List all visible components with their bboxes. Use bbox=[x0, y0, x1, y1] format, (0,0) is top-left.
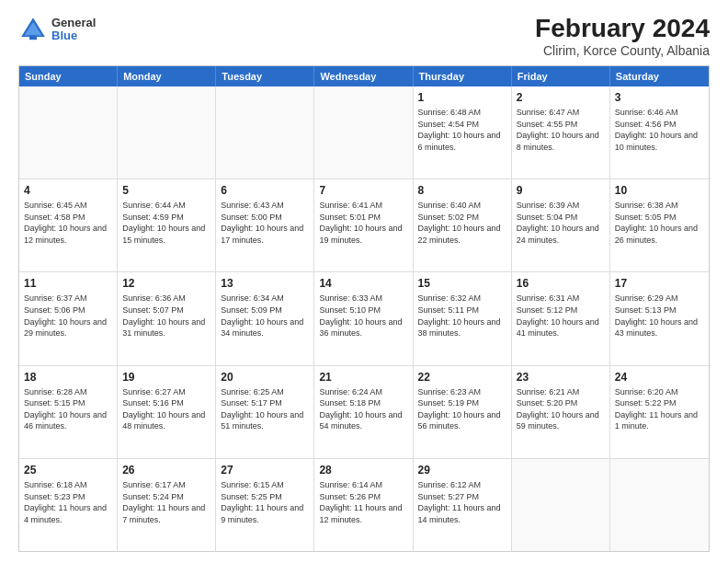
sun-info: Sunrise: 6:28 AMSunset: 5:15 PMDaylight:… bbox=[24, 386, 112, 432]
calendar-cell-w3-d5: 15Sunrise: 6:32 AMSunset: 5:11 PMDayligh… bbox=[414, 272, 512, 364]
day-number: 1 bbox=[418, 90, 506, 105]
logo-text: General Blue bbox=[51, 17, 96, 43]
calendar-week-5: 25Sunrise: 6:18 AMSunset: 5:23 PMDayligh… bbox=[19, 458, 709, 551]
calendar-body: 1Sunrise: 6:48 AMSunset: 4:54 PMDaylight… bbox=[19, 86, 709, 551]
day-number: 4 bbox=[24, 183, 112, 198]
day-number: 18 bbox=[24, 370, 112, 385]
calendar-cell-w5-d4: 28Sunrise: 6:14 AMSunset: 5:26 PMDayligh… bbox=[314, 459, 413, 551]
sun-info: Sunrise: 6:25 AMSunset: 5:17 PMDaylight:… bbox=[221, 386, 309, 432]
calendar-cell-w2-d7: 10Sunrise: 6:38 AMSunset: 5:05 PMDayligh… bbox=[610, 179, 709, 271]
day-number: 8 bbox=[418, 183, 506, 198]
day-number: 6 bbox=[221, 183, 309, 198]
day-number: 12 bbox=[122, 276, 210, 291]
calendar-cell-w1-d1 bbox=[19, 86, 118, 178]
calendar-cell-w2-d4: 7Sunrise: 6:41 AMSunset: 5:01 PMDaylight… bbox=[314, 179, 413, 271]
calendar-cell-w1-d2 bbox=[118, 86, 216, 178]
calendar-cell-w1-d3 bbox=[216, 86, 314, 178]
day-number: 16 bbox=[517, 276, 605, 291]
calendar-cell-w3-d2: 12Sunrise: 6:36 AMSunset: 5:07 PMDayligh… bbox=[118, 272, 216, 364]
sun-info: Sunrise: 6:20 AMSunset: 5:22 PMDaylight:… bbox=[615, 386, 704, 432]
page: General Blue February 2024 Clirim, Korce… bbox=[0, 0, 728, 563]
day-number: 15 bbox=[418, 276, 506, 291]
sun-info: Sunrise: 6:18 AMSunset: 5:23 PMDaylight:… bbox=[24, 479, 112, 525]
day-number: 28 bbox=[319, 463, 407, 477]
calendar-cell-w2-d5: 8Sunrise: 6:40 AMSunset: 5:02 PMDaylight… bbox=[414, 179, 512, 271]
calendar-cell-w4-d1: 18Sunrise: 6:28 AMSunset: 5:15 PMDayligh… bbox=[19, 366, 118, 458]
logo: General Blue bbox=[18, 15, 96, 44]
calendar-title: February 2024 bbox=[535, 15, 710, 43]
day-number: 5 bbox=[122, 183, 210, 198]
calendar-cell-w5-d2: 26Sunrise: 6:17 AMSunset: 5:24 PMDayligh… bbox=[118, 459, 216, 551]
calendar-cell-w5-d3: 27Sunrise: 6:15 AMSunset: 5:25 PMDayligh… bbox=[216, 459, 314, 551]
calendar-cell-w4-d7: 24Sunrise: 6:20 AMSunset: 5:22 PMDayligh… bbox=[610, 366, 709, 458]
sun-info: Sunrise: 6:47 AMSunset: 4:55 PMDaylight:… bbox=[517, 107, 605, 153]
sun-info: Sunrise: 6:36 AMSunset: 5:07 PMDaylight:… bbox=[122, 293, 210, 339]
sun-info: Sunrise: 6:40 AMSunset: 5:02 PMDaylight:… bbox=[418, 200, 506, 246]
sun-info: Sunrise: 6:37 AMSunset: 5:06 PMDaylight:… bbox=[24, 293, 112, 339]
logo-icon bbox=[18, 15, 48, 44]
header-monday: Monday bbox=[118, 66, 216, 86]
sun-info: Sunrise: 6:31 AMSunset: 5:12 PMDaylight:… bbox=[517, 293, 605, 339]
sun-info: Sunrise: 6:29 AMSunset: 5:13 PMDaylight:… bbox=[615, 293, 704, 339]
calendar-cell-w2-d3: 6Sunrise: 6:43 AMSunset: 5:00 PMDaylight… bbox=[216, 179, 314, 271]
day-number: 27 bbox=[221, 463, 309, 477]
calendar-cell-w5-d1: 25Sunrise: 6:18 AMSunset: 5:23 PMDayligh… bbox=[19, 459, 118, 551]
calendar: Sunday Monday Tuesday Wednesday Thursday… bbox=[18, 65, 710, 552]
sun-info: Sunrise: 6:38 AMSunset: 5:05 PMDaylight:… bbox=[615, 200, 704, 246]
day-number: 3 bbox=[615, 90, 704, 105]
sun-info: Sunrise: 6:45 AMSunset: 4:58 PMDaylight:… bbox=[24, 200, 112, 246]
calendar-cell-w1-d6: 2Sunrise: 6:47 AMSunset: 4:55 PMDaylight… bbox=[512, 86, 610, 178]
logo-blue: Blue bbox=[51, 29, 96, 42]
sun-info: Sunrise: 6:12 AMSunset: 5:27 PMDaylight:… bbox=[418, 479, 506, 525]
logo-general: General bbox=[51, 17, 96, 29]
calendar-cell-w3-d7: 17Sunrise: 6:29 AMSunset: 5:13 PMDayligh… bbox=[610, 272, 709, 364]
calendar-cell-w1-d5: 1Sunrise: 6:48 AMSunset: 4:54 PMDaylight… bbox=[414, 86, 512, 178]
calendar-cell-w3-d1: 11Sunrise: 6:37 AMSunset: 5:06 PMDayligh… bbox=[19, 272, 118, 364]
day-number: 14 bbox=[319, 276, 407, 291]
calendar-week-2: 4Sunrise: 6:45 AMSunset: 4:58 PMDaylight… bbox=[19, 178, 709, 271]
header: General Blue February 2024 Clirim, Korce… bbox=[18, 15, 710, 58]
calendar-cell-w5-d5: 29Sunrise: 6:12 AMSunset: 5:27 PMDayligh… bbox=[414, 459, 512, 551]
calendar-week-4: 18Sunrise: 6:28 AMSunset: 5:15 PMDayligh… bbox=[19, 365, 709, 458]
sun-info: Sunrise: 6:41 AMSunset: 5:01 PMDaylight:… bbox=[319, 200, 407, 246]
calendar-cell-w3-d4: 14Sunrise: 6:33 AMSunset: 5:10 PMDayligh… bbox=[314, 272, 413, 364]
calendar-week-3: 11Sunrise: 6:37 AMSunset: 5:06 PMDayligh… bbox=[19, 271, 709, 364]
sun-info: Sunrise: 6:24 AMSunset: 5:18 PMDaylight:… bbox=[319, 386, 407, 432]
day-number: 19 bbox=[122, 370, 210, 385]
day-number: 20 bbox=[221, 370, 309, 385]
header-saturday: Saturday bbox=[610, 66, 709, 86]
day-number: 26 bbox=[122, 463, 210, 477]
sun-info: Sunrise: 6:14 AMSunset: 5:26 PMDaylight:… bbox=[319, 479, 407, 525]
calendar-cell-w5-d6 bbox=[512, 459, 610, 551]
day-number: 17 bbox=[615, 276, 704, 291]
day-number: 22 bbox=[418, 370, 506, 385]
sun-info: Sunrise: 6:23 AMSunset: 5:19 PMDaylight:… bbox=[418, 386, 506, 432]
day-number: 9 bbox=[517, 183, 605, 198]
day-number: 23 bbox=[517, 370, 605, 385]
calendar-cell-w1-d7: 3Sunrise: 6:46 AMSunset: 4:56 PMDaylight… bbox=[610, 86, 709, 178]
sun-info: Sunrise: 6:39 AMSunset: 5:04 PMDaylight:… bbox=[517, 200, 605, 246]
day-number: 13 bbox=[221, 276, 309, 291]
day-number: 10 bbox=[615, 183, 704, 198]
title-block: February 2024 Clirim, Korce County, Alba… bbox=[535, 15, 710, 58]
sun-info: Sunrise: 6:46 AMSunset: 4:56 PMDaylight:… bbox=[615, 107, 704, 153]
sun-info: Sunrise: 6:34 AMSunset: 5:09 PMDaylight:… bbox=[221, 293, 309, 339]
calendar-cell-w5-d7 bbox=[610, 459, 709, 551]
calendar-cell-w2-d2: 5Sunrise: 6:44 AMSunset: 4:59 PMDaylight… bbox=[118, 179, 216, 271]
calendar-cell-w1-d4 bbox=[314, 86, 413, 178]
svg-rect-2 bbox=[29, 35, 37, 40]
calendar-cell-w4-d5: 22Sunrise: 6:23 AMSunset: 5:19 PMDayligh… bbox=[414, 366, 512, 458]
calendar-cell-w4-d3: 20Sunrise: 6:25 AMSunset: 5:17 PMDayligh… bbox=[216, 366, 314, 458]
calendar-cell-w3-d3: 13Sunrise: 6:34 AMSunset: 5:09 PMDayligh… bbox=[216, 272, 314, 364]
calendar-week-1: 1Sunrise: 6:48 AMSunset: 4:54 PMDaylight… bbox=[19, 86, 709, 178]
day-number: 11 bbox=[24, 276, 112, 291]
day-number: 29 bbox=[418, 463, 506, 477]
calendar-cell-w4-d6: 23Sunrise: 6:21 AMSunset: 5:20 PMDayligh… bbox=[512, 366, 610, 458]
sun-info: Sunrise: 6:32 AMSunset: 5:11 PMDaylight:… bbox=[418, 293, 506, 339]
day-number: 7 bbox=[319, 183, 407, 198]
calendar-cell-w4-d4: 21Sunrise: 6:24 AMSunset: 5:18 PMDayligh… bbox=[314, 366, 413, 458]
sun-info: Sunrise: 6:43 AMSunset: 5:00 PMDaylight:… bbox=[221, 200, 309, 246]
sun-info: Sunrise: 6:15 AMSunset: 5:25 PMDaylight:… bbox=[221, 479, 309, 525]
day-number: 21 bbox=[319, 370, 407, 385]
header-tuesday: Tuesday bbox=[216, 66, 314, 86]
